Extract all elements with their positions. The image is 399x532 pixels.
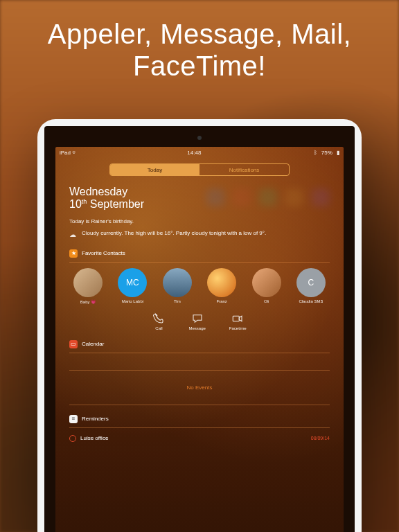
contact-0[interactable]: Baby 💗 <box>69 268 107 304</box>
today-summary: Today is Rainer's birthday. <box>69 218 330 224</box>
weather-text: Cloudy currently. The high will be 16°. … <box>82 230 266 240</box>
widget-reminders: ≡ Reminders Luise office 08/09/14 <box>69 415 330 447</box>
date-weekday: Wednesday <box>69 186 127 197</box>
calendar-icon: ▭ <box>69 340 78 348</box>
tab-today[interactable]: Today <box>110 164 200 175</box>
divider <box>69 405 330 405</box>
divider <box>69 370 330 371</box>
facetime-label: Facetime <box>229 326 247 330</box>
date-month: September <box>90 199 144 211</box>
wifi-icon: ᯤ <box>72 150 78 156</box>
contact-name: Tim <box>174 299 181 303</box>
calendar-title: Calendar <box>82 341 104 347</box>
contact-3[interactable]: Franz <box>203 268 240 304</box>
contact-name: Claudia SMS <box>299 299 323 303</box>
divider <box>69 427 330 428</box>
phone-icon <box>152 312 165 325</box>
contact-2[interactable]: Tim <box>159 268 196 304</box>
favorites-title: Favorite Contacts <box>82 250 125 256</box>
avatar: MC <box>118 268 147 297</box>
contact-5[interactable]: CClaudia SMS <box>292 268 330 304</box>
contact-actions: Call Message Facetime <box>69 312 330 330</box>
headline-line1: Appeler, Message, Mail, <box>48 19 351 49</box>
avatar <box>252 268 281 297</box>
bluetooth-icon: ᛒ <box>314 150 317 156</box>
contact-name: Oli <box>264 299 269 303</box>
widget-calendar: ▭ Calendar No Events <box>69 340 330 405</box>
divider <box>69 353 330 353</box>
contact-name: Mario Labbi <box>122 299 143 303</box>
message-button[interactable]: Message <box>188 312 205 330</box>
tablet-frame: iPad ᯤ 14:48 ᛒ 75% ▮ Today Notifications… <box>37 119 362 532</box>
reminder-circle-icon[interactable] <box>69 435 76 442</box>
video-icon <box>231 312 244 325</box>
headline-line2: FaceTime! <box>133 51 266 81</box>
promo-headline: Appeler, Message, Mail, FaceTime! <box>0 18 399 82</box>
reminder-text: Luise office <box>80 435 108 441</box>
favorites-icon: ★ <box>69 249 78 258</box>
contact-4[interactable]: Oli <box>248 268 285 304</box>
avatar <box>73 268 103 297</box>
status-bar: iPad ᯤ 14:48 ᛒ 75% ▮ <box>55 147 344 158</box>
date-daynum: 10 <box>69 199 82 211</box>
reminder-item[interactable]: Luise office 08/09/14 <box>69 429 330 447</box>
avatar: C <box>296 268 326 297</box>
status-battery: 75% <box>321 150 332 156</box>
contacts-row: Baby 💗MCMario LabbiTimFranzOliCClaudia S… <box>69 268 330 304</box>
blurred-homescreen-icons <box>206 188 330 206</box>
message-label: Message <box>188 326 205 330</box>
contact-name: Baby 💗 <box>80 299 96 304</box>
svg-rect-0 <box>233 316 239 321</box>
front-camera <box>197 136 202 140</box>
calendar-empty: No Events <box>69 372 330 403</box>
reminder-due: 08/09/14 <box>311 436 330 441</box>
call-button[interactable]: Call <box>152 312 165 330</box>
call-label: Call <box>155 326 162 330</box>
tablet-bezel: iPad ᯤ 14:48 ᛒ 75% ▮ Today Notifications… <box>44 126 355 532</box>
reminders-title: Reminders <box>82 416 109 422</box>
widget-favorite-contacts: ★ Favorite Contacts Baby 💗MCMario LabbiT… <box>69 249 330 330</box>
divider <box>69 262 330 263</box>
battery-icon: ▮ <box>337 150 339 156</box>
avatar <box>207 268 236 297</box>
cloud-icon: ☁ <box>69 230 76 240</box>
status-carrier: iPad <box>60 150 71 156</box>
tab-notifications[interactable]: Notifications <box>200 164 289 175</box>
status-time: 14:48 <box>187 150 201 156</box>
avatar <box>163 268 192 297</box>
weather-row: ☁ Cloudy currently. The high will be 16°… <box>69 230 330 240</box>
contact-1[interactable]: MCMario Labbi <box>114 268 151 304</box>
reminders-icon: ≡ <box>69 415 78 423</box>
segmented-control[interactable]: Today Notifications <box>109 163 290 176</box>
date-ordinal: th <box>82 198 87 205</box>
facetime-button[interactable]: Facetime <box>229 312 247 330</box>
message-icon <box>191 312 204 325</box>
notification-center-screen: iPad ᯤ 14:48 ᛒ 75% ▮ Today Notifications… <box>55 147 344 532</box>
contact-name: Franz <box>217 299 227 303</box>
